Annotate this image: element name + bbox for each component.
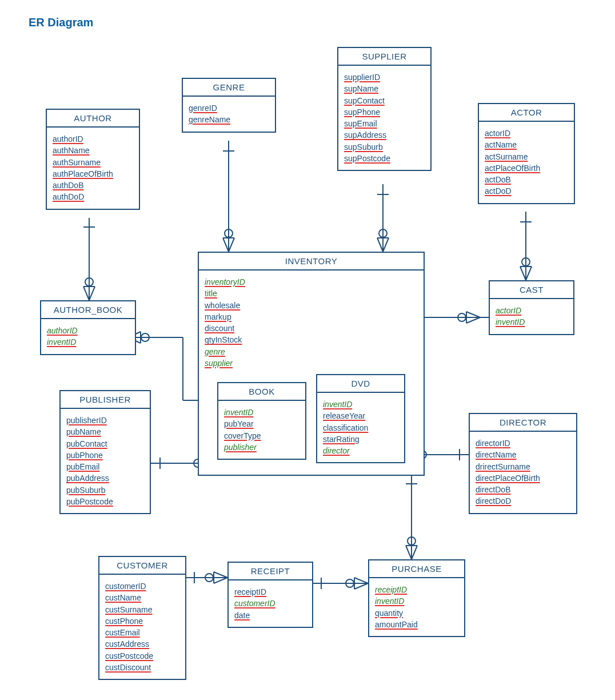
attr: markup — [205, 312, 231, 321]
attr: date — [234, 611, 250, 620]
entity-supplier-title: SUPPLIER — [338, 48, 430, 66]
attr: authPlaceOfBirth — [53, 169, 113, 178]
attr: actPlaceOfBirth — [485, 164, 540, 173]
attr: custName — [105, 593, 141, 602]
attr: inventoryID — [205, 277, 245, 287]
svg-line-9 — [229, 238, 234, 252]
attr: customerID — [105, 582, 146, 591]
attr: directDoB — [476, 485, 510, 494]
svg-point-68 — [408, 537, 416, 545]
svg-point-23 — [522, 258, 530, 266]
attr: supContact — [344, 96, 385, 105]
attr: supSuburb — [344, 142, 383, 152]
entity-book-title: BOOK — [218, 383, 305, 401]
entity-inventory: INVENTORY inventoryID title wholesale ma… — [198, 252, 425, 476]
svg-point-37 — [141, 333, 149, 341]
attr: custPostcode — [105, 651, 153, 661]
svg-line-15 — [383, 238, 389, 252]
entity-purchase: PURCHASE receiptID inventID quantity amo… — [368, 559, 465, 637]
attr: quantity — [375, 608, 403, 618]
svg-line-8 — [223, 238, 229, 252]
svg-line-14 — [377, 238, 383, 252]
attr: authSurname — [53, 158, 101, 167]
attr: directPlaceOfBirth — [476, 474, 540, 483]
attr: custEmail — [105, 628, 140, 637]
attr: qtyInStock — [205, 335, 242, 344]
svg-line-60 — [354, 583, 368, 589]
attr: actorID — [485, 129, 510, 138]
svg-line-20 — [520, 267, 526, 280]
attr: inventID — [224, 408, 253, 417]
entity-publisher-title: PUBLISHER — [61, 391, 150, 409]
attr: coverType — [224, 431, 261, 440]
attr: authDoD — [53, 192, 84, 201]
attr: custSurname — [105, 605, 152, 614]
attr: receiptID — [375, 585, 407, 594]
page-title: ER Diagram — [29, 16, 93, 29]
attr: wholesale — [205, 301, 240, 310]
svg-line-53 — [214, 572, 227, 578]
svg-line-54 — [214, 578, 227, 583]
entity-inventory-title: INVENTORY — [199, 253, 424, 271]
entity-director: DIRECTOR directorID directName drirectSu… — [469, 413, 577, 514]
attr: publisherID — [66, 416, 107, 425]
attr: directorID — [476, 439, 510, 448]
attr: supEmail — [344, 119, 377, 128]
attr: supplierID — [344, 73, 380, 82]
attr: pubEmail — [66, 462, 99, 471]
entity-genre-title: GENRE — [183, 79, 275, 97]
attr: pubSuburb — [66, 486, 106, 495]
svg-point-56 — [205, 574, 213, 582]
attr: authorID — [47, 326, 78, 335]
attr: supPostcode — [344, 154, 390, 163]
attr: publisher — [224, 443, 257, 452]
svg-point-11 — [225, 229, 233, 237]
attr: amountPaid — [375, 620, 418, 629]
attr: actSurname — [485, 152, 528, 161]
attr: supAddress — [344, 130, 386, 140]
entity-purchase-title: PURCHASE — [369, 560, 464, 578]
entity-director-title: DIRECTOR — [470, 414, 576, 432]
attr: pubPhone — [66, 451, 103, 460]
attr: inventID — [47, 337, 76, 347]
entity-book: BOOK inventID pubYear coverType publishe… — [217, 382, 306, 460]
svg-line-59 — [354, 578, 368, 583]
attr: actorID — [496, 306, 521, 315]
attr: starRating — [323, 435, 360, 444]
entity-cast: CAST actorID inventID — [489, 280, 574, 335]
entity-customer: CUSTOMER customerID custName custSurname… — [98, 556, 186, 680]
attr: pubPostcode — [66, 497, 113, 506]
attr: actDoD — [485, 186, 512, 196]
entity-author-book: AUTHOR_BOOK authorID inventID — [40, 300, 136, 355]
svg-point-29 — [458, 313, 466, 321]
svg-point-5 — [85, 278, 93, 286]
entity-genre: GENRE genreID genreName — [182, 78, 276, 133]
entity-author-book-title: AUTHOR_BOOK — [41, 301, 135, 319]
attr: supplier — [205, 359, 233, 368]
entity-dvd-title: DVD — [317, 375, 404, 393]
svg-line-65 — [406, 546, 412, 559]
attr: genreID — [189, 104, 217, 113]
attr: actDoB — [485, 175, 511, 184]
entity-dvd: DVD inventID releaseYear classification … — [316, 374, 405, 463]
attr: classification — [323, 423, 368, 432]
attr: title — [205, 289, 217, 298]
attr: custPhone — [105, 617, 143, 626]
entity-cast-title: CAST — [490, 281, 573, 299]
attr: directDoD — [476, 496, 511, 506]
attr: authDoB — [53, 181, 83, 190]
attr: custDiscount — [105, 663, 151, 672]
attr: pubContact — [66, 439, 107, 448]
attr: inventID — [496, 317, 525, 327]
attr: supPhone — [344, 108, 380, 117]
svg-line-3 — [89, 287, 95, 300]
attr: inventID — [323, 400, 352, 409]
svg-line-2 — [83, 287, 89, 300]
attr: genreName — [189, 115, 230, 124]
attr: authorID — [53, 134, 83, 144]
attr: genre — [205, 347, 225, 356]
attr: actName — [485, 140, 517, 149]
entity-customer-title: CUSTOMER — [99, 557, 185, 575]
attr: inventID — [375, 596, 404, 606]
attr: authName — [53, 146, 90, 155]
